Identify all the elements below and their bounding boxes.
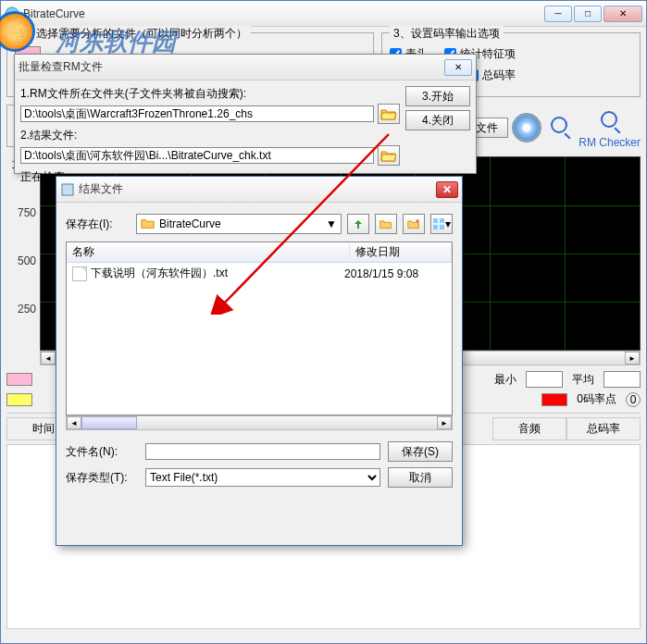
svg-rect-4 [433, 218, 438, 223]
batch-label2: 2.结果文件: [20, 128, 400, 143]
svg-rect-2 [62, 184, 73, 195]
filetype-select[interactable]: Text File(*.txt) [145, 468, 380, 487]
text-file-icon [72, 266, 87, 281]
section3-title: 3、设置码率输出选项 [390, 26, 504, 42]
save-close-button[interactable]: ✕ [436, 181, 458, 198]
batch-close-button[interactable]: ✕ [444, 59, 472, 76]
view-menu-button[interactable]: ▾ [430, 214, 453, 234]
avg-value[interactable] [603, 371, 641, 388]
scroll-left-icon[interactable]: ◄ [67, 416, 81, 429]
minimize-button[interactable]: ─ [544, 6, 572, 22]
save-title: 结果文件 [79, 181, 436, 197]
folder-open-icon-2 [380, 149, 397, 162]
svg-rect-6 [433, 225, 438, 229]
rm-checker-icon[interactable] [595, 107, 625, 137]
save-dialog-icon [60, 182, 75, 197]
scroll-left-icon[interactable]: ◄ [41, 352, 56, 365]
folder-open-icon [380, 107, 397, 120]
yaxis-750: 750 [18, 206, 36, 219]
browse-folder-2-button[interactable] [378, 145, 400, 166]
legend-yellow [6, 393, 32, 406]
filename-input[interactable] [145, 443, 380, 460]
close-button[interactable]: ✕ [603, 6, 642, 22]
batch-path1[interactable] [20, 105, 374, 122]
scroll-right-icon[interactable]: ► [437, 416, 452, 429]
lbl-total: 总码率 [566, 417, 641, 440]
legend-pink [6, 373, 32, 386]
lbl-min: 最小 [494, 372, 516, 388]
save-in-value[interactable]: BitrateCurve [156, 217, 326, 230]
main-title: BitrateCurve [23, 7, 544, 20]
dropdown-icon[interactable]: ▼ [326, 217, 337, 230]
lbl-avg: 平均 [572, 372, 594, 388]
lbl-zero-rate: 0码率点 [577, 391, 616, 407]
browse-folder-1-button[interactable] [378, 104, 400, 124]
yaxis-500: 500 [18, 254, 36, 267]
cd-icon-2[interactable] [512, 113, 541, 142]
section1-title: 1、选择需要分析的文件（可以同时分析两个） [15, 26, 251, 42]
main-titlebar: BitrateCurve ─ □ ✕ [1, 1, 646, 27]
batch-title: 批量检查RM文件 [19, 59, 444, 75]
save-file-dialog: 结果文件 ✕ 保存在(I): BitrateCurve ▼ * ▾ 名称 修改日… [56, 176, 463, 546]
go-up-button[interactable] [347, 214, 369, 234]
folder-icon [141, 217, 156, 232]
yaxis-250: 250 [18, 303, 36, 316]
save-button[interactable]: 保存(S) [388, 441, 453, 462]
lbl-audio: 音频 [492, 417, 566, 440]
svg-rect-7 [440, 225, 444, 229]
maximize-button[interactable]: □ [574, 6, 602, 22]
batch-label1: 1.RM文件所在文件夹(子文件夹将被自动搜索): [20, 86, 400, 102]
list-hscroll[interactable]: ◄ ► [66, 415, 453, 430]
batch-check-dialog: 批量检查RM文件 ✕ 1.RM文件所在文件夹(子文件夹将被自动搜索): 2.结果… [14, 54, 477, 174]
save-in-label: 保存在(I): [66, 217, 131, 232]
filetype-label: 保存类型(T): [66, 470, 138, 486]
svg-rect-5 [440, 218, 444, 223]
recent-button[interactable] [375, 214, 397, 234]
batch-path2[interactable] [20, 147, 374, 164]
min-value[interactable] [526, 371, 563, 388]
rm-checker-label: RM Checker [579, 137, 641, 148]
batch-close-button2[interactable]: 4.关闭 [405, 110, 470, 130]
cancel-button[interactable]: 取消 [388, 467, 453, 488]
magnify-icon[interactable] [545, 113, 575, 142]
col-date[interactable]: 修改日期 [350, 244, 452, 260]
zero-icon: 0 [626, 392, 641, 407]
file-list[interactable]: 名称 修改日期 下载说明（河东软件园）.txt 2018/1/15 9:08 [66, 242, 453, 415]
svg-text:*: * [416, 217, 419, 227]
filename-label: 文件名(N): [66, 444, 138, 460]
list-item[interactable]: 下载说明（河东软件园）.txt 2018/1/15 9:08 [67, 263, 452, 284]
scroll-right-icon[interactable]: ► [625, 352, 640, 365]
legend-red [541, 393, 567, 406]
file-date: 2018/1/15 9:08 [344, 267, 446, 280]
col-name[interactable]: 名称 [67, 244, 350, 260]
batch-start-button[interactable]: 3.开始 [405, 86, 470, 106]
file-name: 下载说明（河东软件园）.txt [91, 266, 344, 281]
new-folder-button[interactable]: * [403, 214, 425, 234]
